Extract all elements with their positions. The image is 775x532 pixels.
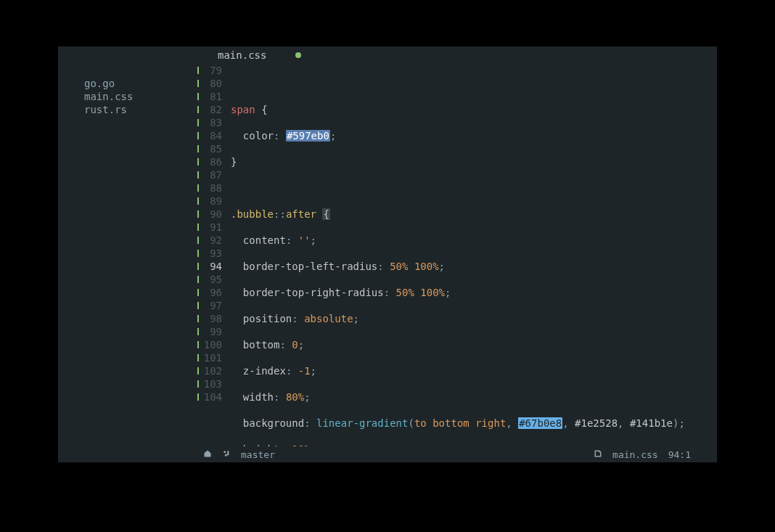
token-punc: , xyxy=(618,417,630,429)
token-punc: , xyxy=(506,417,518,429)
token-punc: : xyxy=(292,313,304,324)
token-space xyxy=(408,261,414,272)
code-line[interactable]: .bubble::after { xyxy=(231,208,717,221)
token-prop: border-top-right-radius xyxy=(243,287,384,298)
token-value: '' xyxy=(298,234,311,246)
code-line[interactable] xyxy=(231,77,717,90)
token-value: to bottom right xyxy=(414,417,506,429)
code-line[interactable]: position: absolute; xyxy=(231,312,717,325)
file-tree: go.go main.css rust.rs xyxy=(58,46,196,462)
token-value: absolute xyxy=(304,313,353,324)
token-prop: border-top-left-radius xyxy=(243,261,377,272)
token-selector: span xyxy=(231,104,255,115)
token-punc: ; xyxy=(311,365,316,377)
branch-name[interactable]: master xyxy=(241,449,275,460)
code-content[interactable]: span { color: #597eb0; } .bubble::after … xyxy=(225,64,717,446)
token-punc: ; xyxy=(353,313,359,324)
token-punc: , xyxy=(562,417,575,429)
file-tree-item[interactable]: go.go xyxy=(84,77,196,90)
token-punc: ; xyxy=(678,417,684,429)
token-prop: z-index xyxy=(243,365,286,377)
code-line[interactable]: width: 80%; xyxy=(231,390,717,404)
status-bar: master main.css 94:1 xyxy=(196,446,717,462)
token-punc: : xyxy=(286,234,298,246)
code-line[interactable]: color: #597eb0; xyxy=(231,129,717,142)
token-punc: : xyxy=(274,391,286,403)
code-line[interactable]: span { xyxy=(231,103,717,116)
token-value: -1 xyxy=(298,365,311,377)
token-value: 100% xyxy=(414,261,439,272)
cursor-position: 94:1 xyxy=(668,449,691,460)
code-line[interactable]: background: linear-gradient(to bottom ri… xyxy=(231,417,717,430)
token-value: 100% xyxy=(420,287,445,298)
code-line[interactable] xyxy=(231,181,717,195)
token-value: 50% xyxy=(390,261,408,272)
token-prop: bottom xyxy=(243,339,280,351)
token-prop: position xyxy=(243,313,292,324)
token-punc: ; xyxy=(298,339,304,351)
home-icon[interactable] xyxy=(203,449,212,460)
token-prop: color xyxy=(243,130,274,142)
tab-bar: main.css xyxy=(196,46,717,64)
token-punc: ; xyxy=(304,391,310,403)
token-punc: : xyxy=(274,130,286,142)
token-punc: ; xyxy=(445,287,451,298)
token-punc: ( xyxy=(408,417,414,429)
code-line[interactable]: z-index: -1; xyxy=(231,364,717,377)
token-brace: } xyxy=(231,156,237,168)
code-area[interactable]: 7980818283848586878889909192939495969798… xyxy=(196,64,717,446)
token-value: 0 xyxy=(292,339,298,351)
status-filename: main.css xyxy=(612,449,658,460)
token-function: linear-gradient xyxy=(316,417,408,429)
token-color: #597eb0 xyxy=(286,130,330,142)
file-tree-item[interactable]: main.css xyxy=(84,90,196,103)
token-color: #67b0e8 xyxy=(518,417,562,429)
editor-window: go.go main.css rust.rs main.css 79808182… xyxy=(58,46,717,462)
token-prop: background xyxy=(243,417,304,429)
token-value: 80% xyxy=(286,391,304,403)
token-pseudo: after xyxy=(286,208,316,220)
token-punc: : xyxy=(286,365,298,377)
token-punc: ; xyxy=(439,261,445,272)
token-brace: { xyxy=(255,104,268,115)
token-punc: :: xyxy=(274,208,286,220)
token-punc: ; xyxy=(311,234,316,246)
token-value: 50% xyxy=(396,287,414,298)
token-selector: .bubble xyxy=(231,208,274,220)
token-prop: width xyxy=(243,391,274,403)
token-color: #141b1e xyxy=(630,417,673,429)
line-numbers: 7980818283848586878889909192939495969798… xyxy=(200,64,225,446)
token-punc: : xyxy=(279,339,292,351)
token-prop: content xyxy=(243,234,286,246)
modified-dot-icon xyxy=(295,52,301,58)
code-line[interactable]: border-top-right-radius: 50% 100%; xyxy=(231,286,717,299)
token-punc: : xyxy=(377,261,390,272)
filetype-icon xyxy=(594,449,602,460)
code-line[interactable]: border-top-left-radius: 50% 100%; xyxy=(231,260,717,273)
code-line[interactable]: content: ''; xyxy=(231,234,717,247)
tab-active[interactable]: main.css xyxy=(218,49,266,61)
editor-body: go.go main.css rust.rs main.css 79808182… xyxy=(58,46,717,462)
token-punc: : xyxy=(304,417,316,429)
token-punc: ; xyxy=(330,130,336,142)
token-brace-match: { xyxy=(322,208,329,220)
branch-icon[interactable] xyxy=(222,449,231,460)
code-line[interactable]: } xyxy=(231,155,717,168)
editor-column: main.css 7980818283848586878889909192939… xyxy=(196,46,717,462)
file-tree-item[interactable]: rust.rs xyxy=(84,103,196,116)
token-punc: : xyxy=(384,287,396,298)
token-color: #1e2528 xyxy=(575,417,618,429)
code-line[interactable]: bottom: 0; xyxy=(231,338,717,351)
